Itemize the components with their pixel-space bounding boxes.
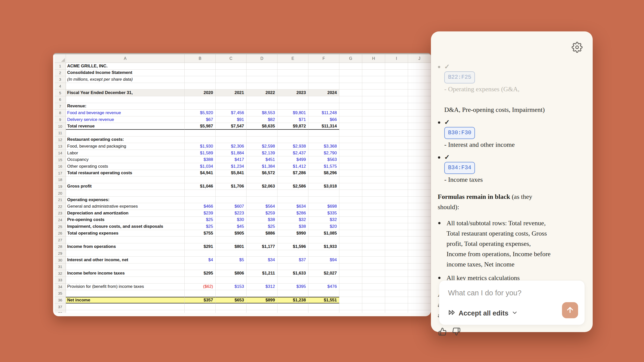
cell-e34[interactable]: $395 bbox=[277, 284, 308, 290]
row-header-16[interactable]: 16 bbox=[55, 163, 66, 170]
row-header-37[interactable]: 37 bbox=[55, 303, 66, 310]
cell-d15[interactable]: $451 bbox=[247, 156, 277, 163]
cell-a18[interactable] bbox=[66, 176, 185, 183]
cell-e27[interactable] bbox=[277, 237, 308, 243]
cell-a27[interactable] bbox=[66, 237, 185, 243]
cell-a34[interactable]: Provision for (benefit from) income taxe… bbox=[66, 284, 185, 290]
cell-h30[interactable] bbox=[362, 257, 385, 263]
cell-b3[interactable] bbox=[185, 76, 216, 83]
accept-all-edits-button[interactable]: Accept all edits bbox=[448, 309, 518, 318]
cell-e6[interactable] bbox=[277, 96, 308, 103]
cell-d14[interactable]: $2,139 bbox=[247, 150, 277, 157]
cell-g38[interactable] bbox=[339, 310, 362, 313]
cell-c20[interactable] bbox=[216, 190, 247, 197]
cell-a35[interactable] bbox=[66, 290, 185, 297]
cell-i24[interactable] bbox=[385, 217, 408, 223]
cell-a13[interactable]: Food, beverage and packaging bbox=[66, 143, 185, 150]
cell-j2[interactable] bbox=[408, 70, 431, 76]
cell-b24[interactable]: $25 bbox=[185, 217, 216, 223]
cell-a3[interactable]: (In millions, except per share data) bbox=[66, 76, 185, 83]
cell-i13[interactable] bbox=[385, 143, 408, 150]
cell-g1[interactable] bbox=[339, 63, 362, 70]
row-header-6[interactable]: 6 bbox=[55, 96, 66, 103]
cell-c17[interactable]: $5,841 bbox=[216, 170, 247, 177]
cell-c28[interactable]: $801 bbox=[216, 243, 247, 250]
cell-j34[interactable] bbox=[408, 284, 431, 290]
cell-g14[interactable] bbox=[339, 150, 362, 157]
cell-i1[interactable] bbox=[385, 63, 408, 70]
cell-i28[interactable] bbox=[385, 243, 408, 250]
cell-e29[interactable] bbox=[277, 250, 308, 257]
cell-h18[interactable] bbox=[362, 176, 385, 183]
cell-a12[interactable]: Restaurant operating costs: bbox=[66, 137, 185, 143]
cell-a32[interactable]: Income before income taxes bbox=[66, 270, 185, 277]
cell-f21[interactable] bbox=[308, 197, 339, 203]
cell-a11[interactable] bbox=[66, 130, 185, 137]
cell-b20[interactable] bbox=[185, 190, 216, 197]
cell-h34[interactable] bbox=[362, 284, 385, 290]
cell-b36[interactable]: $357 bbox=[185, 297, 216, 304]
cell-c7[interactable] bbox=[216, 103, 247, 110]
cell-b21[interactable] bbox=[185, 197, 216, 203]
cell-f10[interactable]: $11,314 bbox=[308, 123, 339, 130]
cell-a38[interactable] bbox=[66, 310, 185, 313]
cell-c9[interactable]: $91 bbox=[216, 116, 247, 123]
row-header-29[interactable]: 29 bbox=[55, 250, 66, 257]
cell-f12[interactable] bbox=[308, 137, 339, 143]
cell-e37[interactable] bbox=[277, 303, 308, 310]
cell-d10[interactable]: $8,635 bbox=[247, 123, 277, 130]
cell-i6[interactable] bbox=[385, 96, 408, 103]
cell-e16[interactable]: $1,412 bbox=[277, 163, 308, 170]
cell-h12[interactable] bbox=[362, 137, 385, 143]
cell-g11[interactable] bbox=[339, 130, 362, 137]
cell-i30[interactable] bbox=[385, 257, 408, 263]
cell-j25[interactable] bbox=[408, 223, 431, 230]
cell-j8[interactable] bbox=[408, 110, 431, 116]
cell-d2[interactable] bbox=[247, 70, 277, 76]
cell-g24[interactable] bbox=[339, 217, 362, 223]
row-header-15[interactable]: 15 bbox=[55, 156, 66, 163]
cell-j3[interactable] bbox=[408, 76, 431, 83]
cell-b14[interactable]: $1,589 bbox=[185, 150, 216, 157]
cell-j1[interactable] bbox=[408, 63, 431, 70]
column-header-h[interactable]: H bbox=[362, 54, 385, 63]
cell-i35[interactable] bbox=[385, 290, 408, 297]
column-header-j[interactable]: J bbox=[408, 54, 431, 63]
cell-e10[interactable]: $9,872 bbox=[277, 123, 308, 130]
cell-g35[interactable] bbox=[339, 290, 362, 297]
row-header-17[interactable]: 17 bbox=[55, 170, 66, 177]
cell-i3[interactable] bbox=[385, 76, 408, 83]
column-header-i[interactable]: I bbox=[385, 54, 408, 63]
cell-a6[interactable] bbox=[66, 96, 185, 103]
cell-g9[interactable] bbox=[339, 116, 362, 123]
cell-j7[interactable] bbox=[408, 103, 431, 110]
cell-b37[interactable] bbox=[185, 303, 216, 310]
cell-c36[interactable]: $653 bbox=[216, 297, 247, 304]
cell-h32[interactable] bbox=[362, 270, 385, 277]
cell-b5[interactable]: 2020 bbox=[185, 89, 216, 96]
cell-g31[interactable] bbox=[339, 263, 362, 270]
cell-h23[interactable] bbox=[362, 210, 385, 217]
cell-b18[interactable] bbox=[185, 176, 216, 183]
cell-e9[interactable]: $71 bbox=[277, 116, 308, 123]
cell-h37[interactable] bbox=[362, 303, 385, 310]
cell-g10[interactable] bbox=[339, 123, 362, 130]
cell-g17[interactable] bbox=[339, 170, 362, 177]
row-header-23[interactable]: 23 bbox=[55, 210, 66, 217]
row-header-5[interactable]: 5 bbox=[55, 89, 66, 96]
cell-a31[interactable] bbox=[66, 263, 185, 270]
cell-d1[interactable] bbox=[247, 63, 277, 70]
cell-c22[interactable]: $607 bbox=[216, 203, 247, 210]
cell-j15[interactable] bbox=[408, 156, 431, 163]
cell-c3[interactable] bbox=[216, 76, 247, 83]
cell-j35[interactable] bbox=[408, 290, 431, 297]
cell-a14[interactable]: Labor bbox=[66, 150, 185, 157]
cell-b4[interactable] bbox=[185, 83, 216, 90]
cell-c32[interactable]: $806 bbox=[216, 270, 247, 277]
cell-j27[interactable] bbox=[408, 237, 431, 243]
cell-j26[interactable] bbox=[408, 230, 431, 237]
cell-f14[interactable]: $2,790 bbox=[308, 150, 339, 157]
cell-j9[interactable] bbox=[408, 116, 431, 123]
row-header-33[interactable]: 33 bbox=[55, 277, 66, 284]
cell-g7[interactable] bbox=[339, 103, 362, 110]
